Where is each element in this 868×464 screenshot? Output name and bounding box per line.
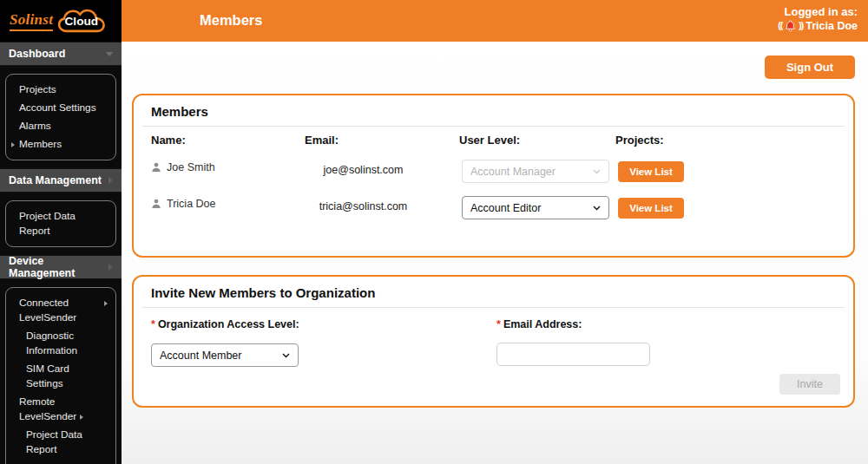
sidebar-item-members[interactable]: Members xyxy=(8,135,114,154)
sign-out-button[interactable]: Sign Out xyxy=(765,56,855,79)
required-marker: * xyxy=(496,318,501,330)
sidebar-item-alarm-notification-recipients[interactable]: Alarm Notification Recipients xyxy=(8,459,114,464)
chevron-down-icon xyxy=(593,206,601,211)
bell-wave-right: )) xyxy=(799,20,803,30)
column-header-projects: Projects: xyxy=(615,134,664,147)
member-name: Tricia Doe xyxy=(151,198,216,210)
sidebar-item-projects[interactable]: Projects xyxy=(8,81,114,99)
chevron-right-icon xyxy=(108,264,113,271)
email-address-input[interactable] xyxy=(496,343,650,366)
invite-panel-title: Invite New Members to Organization xyxy=(151,285,375,300)
svg-text:Cloud: Cloud xyxy=(65,15,99,28)
sidebar-section-data-management[interactable]: Data Management xyxy=(0,168,122,193)
chevron-right-icon xyxy=(80,415,83,420)
column-header-user-level: User Level: xyxy=(459,134,520,147)
sidebar-item-diagnostic-information[interactable]: Diagnostic Information xyxy=(8,327,114,360)
sidebar-item-remote-levelsender[interactable]: Remote LevelSender xyxy=(8,393,114,426)
sidebar-item-sim-card-settings[interactable]: SIM Card Settings xyxy=(8,360,114,393)
sidebar: Solinst Cloud Dashboard Projects Account… xyxy=(0,0,122,464)
sidebar-item-project-data-report[interactable]: Project Data Report xyxy=(8,207,114,240)
chevron-down-icon xyxy=(593,169,601,174)
chevron-down-icon xyxy=(106,52,113,56)
sidebar-section-dashboard[interactable]: Dashboard xyxy=(0,42,122,66)
chevron-right-icon xyxy=(104,301,108,306)
sidebar-section-device-management[interactable]: Device Management xyxy=(0,255,122,279)
bell-wave-left: (( xyxy=(778,20,782,30)
member-name: Joe Smith xyxy=(151,161,215,173)
sidebar-section-label: Device Management xyxy=(9,255,108,279)
chevron-down-icon xyxy=(282,353,290,358)
user-level-select[interactable]: Account Manager xyxy=(462,160,609,183)
member-email: tricia@solinst.com xyxy=(305,200,422,212)
page-title: Members xyxy=(200,12,262,29)
required-marker: * xyxy=(151,318,155,330)
logged-in-user-name: Tricia Doe xyxy=(806,20,858,32)
sidebar-item-account-settings[interactable]: Account Settings xyxy=(8,99,114,117)
member-email: joe@solinst.com xyxy=(305,164,422,176)
members-panel: Members Name: Email: User Level: Project… xyxy=(132,94,855,258)
view-list-button[interactable]: View List xyxy=(618,161,684,182)
logged-in-as-label: Logged in as: xyxy=(778,5,858,18)
sidebar-section-label: Dashboard xyxy=(9,48,65,60)
main-content: Sign Out Members Name: Email: User Level… xyxy=(122,42,868,464)
user-level-select[interactable]: Account Editor xyxy=(462,196,609,219)
solinst-wordmark: Solinst xyxy=(10,11,53,31)
logged-in-block: Logged in as: (( )) Tricia Doe xyxy=(778,5,858,32)
data-management-submenu: Project Data Report xyxy=(5,200,116,247)
sidebar-section-label: Data Management xyxy=(9,174,102,186)
app-window: Solinst Cloud Dashboard Projects Account… xyxy=(0,0,868,464)
view-list-button[interactable]: View List xyxy=(618,198,684,219)
person-icon xyxy=(151,199,161,209)
invite-panel: Invite New Members to Organization *Orga… xyxy=(132,275,855,408)
chevron-right-icon xyxy=(108,177,113,184)
sidebar-item-alarms[interactable]: Alarms xyxy=(8,117,114,135)
brand-logo[interactable]: Solinst Cloud xyxy=(0,0,122,42)
column-header-email: Email: xyxy=(305,134,339,147)
alarm-bell-icon[interactable] xyxy=(785,20,796,32)
person-icon xyxy=(151,162,161,173)
organization-access-level-select[interactable]: Account Member xyxy=(151,343,299,367)
cloud-logo-icon: Cloud xyxy=(55,7,110,35)
dashboard-submenu: Projects Account Settings Alarms Members xyxy=(5,74,116,160)
device-management-submenu: Connected LevelSender Diagnostic Informa… xyxy=(5,287,116,464)
members-panel-title: Members xyxy=(151,104,208,119)
divider xyxy=(142,307,845,308)
sidebar-item-connected-levelsender[interactable]: Connected LevelSender xyxy=(8,294,114,327)
access-level-label: *Organization Access Level: xyxy=(151,318,299,330)
column-header-name: Name: xyxy=(151,134,186,147)
divider xyxy=(142,126,845,127)
sidebar-item-project-data-report-2[interactable]: Project Data Report xyxy=(8,426,114,459)
invite-button[interactable]: Invite xyxy=(779,374,840,395)
top-header-bar: Members Logged in as: (( )) Tricia Doe xyxy=(122,0,868,42)
email-address-label: *Email Address: xyxy=(496,318,582,330)
